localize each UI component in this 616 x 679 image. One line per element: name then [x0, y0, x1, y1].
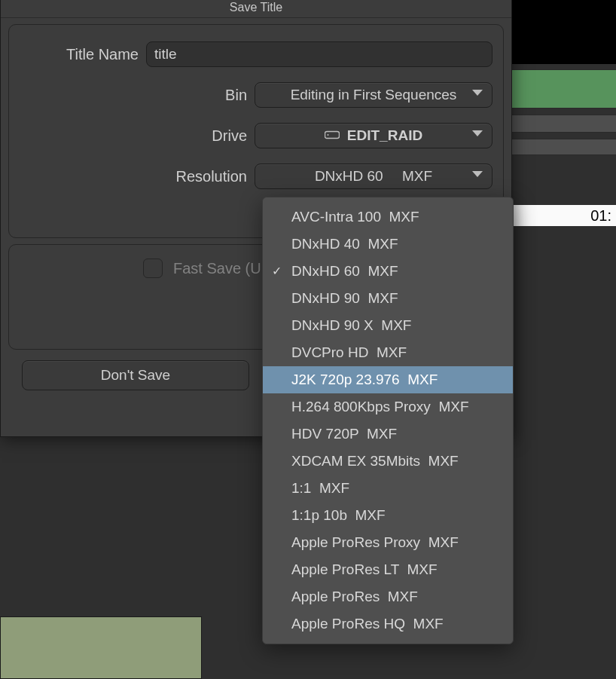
resolution-menu-item[interactable]: H.264 800Kbps Proxy MXF — [263, 393, 513, 421]
resolution-menu-item[interactable]: XDCAM EX 35Mbits MXF — [263, 448, 513, 475]
menu-item-container: MXF — [367, 290, 398, 306]
menu-item-container: MXF — [389, 209, 419, 225]
menu-item-codec: Apple ProRes Proxy — [291, 534, 420, 550]
menu-item-codec: DNxHD 40 — [291, 236, 360, 252]
bg-track-gray-1 — [512, 115, 616, 133]
menu-item-container: MXF — [367, 263, 398, 279]
svg-point-2 — [327, 134, 328, 136]
resolution-menu-item[interactable]: DVCPro HD MXF — [263, 339, 513, 366]
menu-item-container: MXF — [367, 426, 397, 442]
chevron-down-icon — [472, 90, 483, 96]
menu-item-codec: Apple ProRes — [291, 589, 380, 604]
menu-item-codec: DNxHD 90 — [291, 290, 360, 306]
menu-item-container: MXF — [355, 507, 386, 523]
menu-item-container: MXF — [407, 372, 438, 387]
menu-item-codec: HDV 720P — [291, 426, 358, 442]
menu-item-container: MXF — [428, 453, 459, 469]
bin-dropdown[interactable]: Editing in First Sequences — [255, 82, 492, 108]
menu-item-container: MXF — [438, 399, 468, 414]
bg-timecode: 01: — [512, 205, 616, 226]
menu-item-codec: DVCPro HD — [291, 344, 368, 360]
resolution-menu-item[interactable]: Apple ProRes MXF — [263, 583, 513, 610]
menu-item-codec: XDCAM EX 35Mbits — [291, 453, 420, 469]
menu-item-container: MXF — [367, 236, 398, 252]
dialog-title: Save Title — [1, 0, 511, 18]
resolution-menu-item[interactable]: HDV 720P MXF — [263, 421, 513, 448]
menu-item-container: MXF — [413, 616, 444, 632]
bin-label: Bin — [20, 87, 255, 104]
menu-item-container: MXF — [319, 480, 349, 496]
chevron-down-icon — [472, 171, 483, 177]
resolution-menu-item[interactable]: 1:1p 10b MXF — [263, 502, 513, 529]
menu-item-codec: H.264 800Kbps Proxy — [291, 399, 431, 414]
menu-item-codec: 1:1 — [291, 480, 311, 496]
bg-viewer — [512, 0, 616, 64]
resolution-dropdown-codec: DNxHD 60 — [315, 165, 383, 188]
menu-item-codec: DNxHD 90 X — [291, 317, 374, 333]
menu-item-container: MXF — [377, 344, 407, 360]
menu-item-codec: Apple ProRes LT — [291, 561, 399, 577]
svg-marker-4 — [472, 171, 483, 177]
resolution-menu-item[interactable]: Apple ProRes LT MXF — [263, 556, 513, 583]
resolution-menu-item[interactable]: DNxHD 90 X MXF — [263, 312, 513, 339]
drive-dropdown-value: EDIT_RAID — [347, 124, 422, 147]
bg-track-green — [512, 69, 616, 109]
menu-item-codec: 1:1p 10b — [291, 507, 347, 523]
resolution-label: Resolution — [20, 168, 255, 185]
menu-item-container: MXF — [407, 561, 438, 577]
title-name-input[interactable] — [146, 41, 492, 67]
bg-track-gray-2 — [512, 139, 616, 155]
svg-marker-0 — [472, 90, 483, 96]
menu-item-codec: DNxHD 60 — [291, 263, 360, 279]
resolution-menu-item[interactable]: J2K 720p 23.976 MXF — [263, 366, 513, 393]
checkmark-icon: ✓ — [272, 258, 282, 285]
drive-icon — [325, 124, 340, 147]
resolution-menu-item[interactable]: Apple ProRes Proxy MXF — [263, 529, 513, 556]
drive-label: Drive — [20, 127, 255, 145]
resolution-dropdown-container: MXF — [402, 165, 432, 188]
dont-save-button[interactable]: Don't Save — [22, 360, 249, 390]
svg-marker-3 — [472, 130, 483, 136]
resolution-menu-item[interactable]: 1:1 MXF — [263, 475, 513, 502]
menu-item-codec: AVC-Intra 100 — [291, 209, 381, 225]
chevron-down-icon — [472, 130, 483, 136]
resolution-dropdown[interactable]: DNxHD 60 MXF — [255, 164, 492, 189]
resolution-menu-item[interactable]: AVC-Intra 100 MXF — [263, 203, 513, 231]
resolution-menu-item[interactable]: DNxHD 40 MXF — [263, 231, 513, 258]
menu-item-codec: Apple ProRes HQ — [291, 616, 405, 632]
drive-dropdown[interactable]: EDIT_RAID — [255, 123, 492, 148]
menu-item-codec: J2K 720p 23.976 — [291, 372, 400, 387]
resolution-menu-item[interactable]: Apple ProRes HQ MXF — [263, 610, 513, 638]
resolution-menu-item[interactable]: DNxHD 90 MXF — [263, 285, 513, 312]
menu-item-container: MXF — [428, 534, 459, 550]
bin-dropdown-value: Editing in First Sequences — [291, 84, 457, 106]
resolution-menu: AVC-Intra 100 MXFDNxHD 40 MXF✓DNxHD 60 M… — [262, 197, 514, 644]
resolution-menu-item[interactable]: ✓DNxHD 60 MXF — [263, 258, 513, 285]
bg-clip-thumbnail — [0, 616, 202, 679]
menu-item-container: MXF — [381, 317, 411, 333]
svg-rect-1 — [325, 132, 339, 139]
title-name-label: Title Name — [20, 46, 146, 63]
fast-save-checkbox[interactable] — [143, 258, 163, 278]
menu-item-container: MXF — [388, 589, 418, 604]
